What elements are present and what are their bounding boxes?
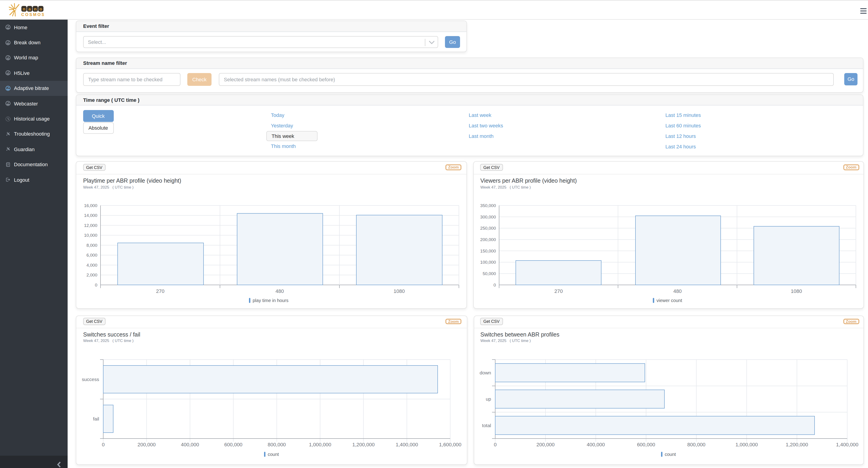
svg-text:n: n	[34, 6, 36, 11]
svg-text:COSMOS: COSMOS	[21, 12, 43, 16]
svg-text:o: o	[39, 6, 42, 11]
svg-text:a: a	[28, 6, 31, 11]
svg-text:n: n	[22, 6, 25, 11]
